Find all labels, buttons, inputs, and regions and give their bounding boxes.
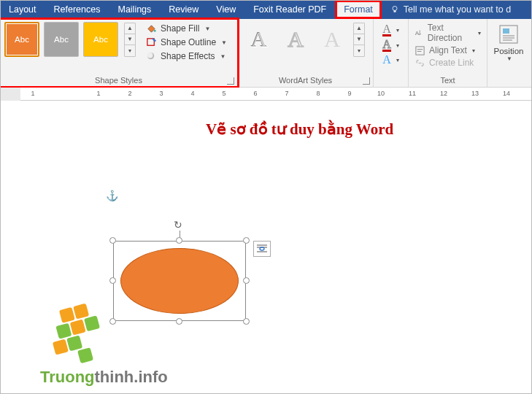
dropdown-icon: ▼	[221, 39, 227, 46]
shape-style-swatch-2[interactable]: Abc	[44, 22, 79, 57]
text-effects-icon: A	[382, 55, 391, 65]
tab-format[interactable]: Format	[335, 0, 382, 19]
position-button[interactable]: Position▼	[489, 20, 528, 62]
dialog-launcher-icon[interactable]	[227, 77, 234, 85]
svg-point-5	[147, 52, 153, 58]
tab-foxit[interactable]: Foxit Reader PDF	[244, 0, 335, 19]
shape-style-swatch-1[interactable]: Abc	[4, 22, 39, 57]
ribbon: Abc Abc Abc ▲ ▼ ▾ Shape Fill▼ Shape Outl…	[0, 19, 532, 88]
gallery-scroll: ▲ ▼ ▾	[124, 23, 136, 57]
svg-rect-11	[503, 28, 509, 34]
text-outline-icon: A	[382, 39, 391, 52]
horizontal-ruler[interactable]: 1 1 2 3 4 5 6 7 8 9 10 11 12 13 14	[0, 88, 532, 101]
resize-handle[interactable]	[109, 237, 116, 244]
shape-effects-button[interactable]: Shape Effects▼	[143, 50, 230, 63]
ribbon-tabs: Layout References Mailings Review View F…	[0, 0, 532, 19]
shape-fill-button[interactable]: Shape Fill▼	[143, 22, 230, 35]
gallery-up-icon[interactable]: ▲	[125, 23, 135, 34]
group-label-shape-styles: Shape Styles	[0, 74, 237, 87]
group-text: AText Direction▾ Align Text▾ Create Link…	[409, 19, 487, 87]
tab-references[interactable]: References	[45, 0, 109, 19]
svg-rect-7	[416, 46, 424, 54]
wordart-gallery[interactable]: A A A ▲ ▼ ▾	[242, 22, 365, 57]
rotate-handle-icon[interactable]: ↻	[174, 219, 185, 231]
resize-handle[interactable]	[176, 237, 182, 244]
svg-rect-23	[53, 339, 69, 355]
shape-style-gallery[interactable]: Abc Abc Abc ▲ ▼ ▾	[4, 22, 136, 57]
tab-review[interactable]: Review	[160, 0, 207, 19]
gallery-scroll: ▲ ▼ ▾	[353, 23, 365, 57]
page-title[interactable]: Vẽ sơ đồ tư duy bằng Word	[206, 120, 393, 139]
svg-rect-25	[77, 347, 93, 363]
dropdown-icon: ▼	[220, 53, 226, 60]
tab-view[interactable]: View	[207, 0, 244, 19]
text-fill-icon: A	[382, 24, 391, 36]
dropdown-icon: ▼	[204, 26, 210, 32]
link-icon	[415, 58, 425, 68]
gallery-up-icon[interactable]: ▲	[354, 23, 364, 34]
svg-rect-19	[73, 304, 89, 320]
wordart-swatch-1[interactable]: A	[242, 22, 276, 57]
watermark-text: Truongthinh.info	[40, 368, 168, 387]
gallery-down-icon[interactable]: ▼	[354, 34, 364, 45]
group-wordart-styles: A A A ▲ ▼ ▾ WordArt Styles	[238, 19, 374, 87]
layout-options-icon	[255, 243, 269, 255]
svg-point-0	[393, 7, 397, 11]
group-shape-styles: Abc Abc Abc ▲ ▼ ▾ Shape Fill▼ Shape Outl…	[0, 19, 238, 87]
wordart-swatch-3[interactable]: A	[315, 22, 349, 57]
group-label-wordart: WordArt Styles	[238, 74, 373, 87]
align-text-button[interactable]: Align Text▾	[413, 45, 482, 56]
position-icon	[498, 23, 520, 47]
group-arrange: Position▼	[487, 19, 530, 87]
text-direction-icon: A	[415, 28, 424, 38]
svg-rect-18	[59, 307, 75, 323]
align-text-icon	[415, 45, 425, 55]
text-effects-button[interactable]: A▾	[382, 54, 400, 66]
resize-handle[interactable]	[176, 318, 182, 325]
shape-outline-button[interactable]: Shape Outline▼	[143, 36, 230, 49]
svg-text:A: A	[415, 29, 420, 36]
tab-layout[interactable]: Layout	[0, 0, 45, 19]
svg-rect-20	[55, 323, 72, 339]
shape-style-swatch-3[interactable]: Abc	[83, 22, 118, 57]
resize-handle[interactable]	[243, 277, 250, 284]
dialog-launcher-icon[interactable]	[363, 77, 370, 85]
svg-rect-21	[70, 319, 86, 335]
lightbulb-icon	[390, 5, 399, 14]
wordart-swatch-2[interactable]: A	[279, 22, 312, 57]
gallery-more-icon[interactable]: ▾	[125, 45, 135, 56]
create-link-button: Create Link	[413, 57, 482, 69]
watermark-logo-icon	[44, 296, 139, 371]
tell-me-label: Tell me what you want to d	[404, 4, 511, 15]
svg-point-2	[154, 29, 156, 31]
group-wordart-fx: A▾ A▾ A▾	[374, 19, 409, 87]
anchor-icon[interactable]: ⚓	[106, 190, 118, 201]
layout-options-button[interactable]	[253, 241, 271, 257]
resize-handle[interactable]	[243, 237, 250, 244]
pencil-outline-icon	[146, 37, 157, 47]
svg-rect-1	[393, 11, 396, 12]
gallery-down-icon[interactable]: ▼	[125, 34, 135, 45]
text-outline-button[interactable]: A▾	[382, 39, 400, 53]
effects-icon	[146, 51, 157, 61]
paint-bucket-icon	[146, 23, 157, 34]
svg-rect-24	[66, 335, 82, 351]
tab-mailings[interactable]: Mailings	[109, 0, 160, 19]
svg-rect-22	[84, 315, 100, 331]
text-fill-button[interactable]: A▾	[382, 23, 400, 37]
gallery-more-icon[interactable]: ▾	[354, 45, 364, 56]
tell-me-search[interactable]: Tell me what you want to d	[382, 0, 520, 19]
text-direction-button[interactable]: AText Direction▾	[413, 22, 482, 44]
resize-handle[interactable]	[243, 318, 250, 325]
resize-handle[interactable]	[109, 277, 116, 284]
group-label-text: Text	[409, 74, 487, 87]
